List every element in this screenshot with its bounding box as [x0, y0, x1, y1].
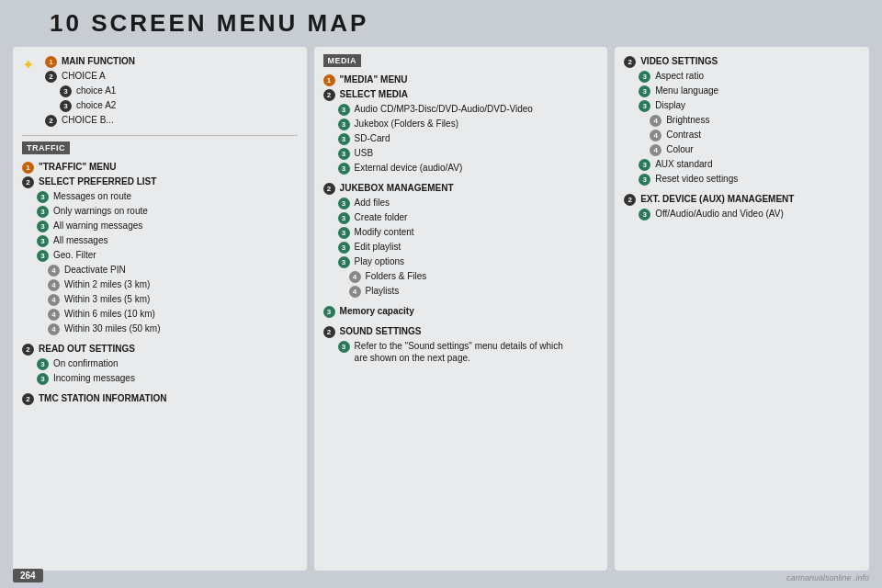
badge-sm-2: 2	[323, 89, 335, 101]
badge-am-3: 3	[37, 235, 49, 247]
page-title: 10 SCREEN MENU MAP	[13, 9, 869, 38]
badge-3b: 3	[60, 100, 72, 112]
geo-filter-row: 3 Geo. Filter	[37, 248, 298, 263]
badge-gf-3: 3	[37, 250, 49, 262]
badge-3a: 3	[60, 85, 72, 97]
play-options: Play options	[355, 255, 404, 267]
within-30-row: 4 Within 30 miles (50 km)	[48, 322, 298, 336]
all-warning-row: 3 All warning messages	[37, 219, 298, 233]
badge-2b: 2	[45, 115, 57, 127]
folders-files-row: 4 Folders & Files	[349, 269, 599, 284]
badge-mor-3: 3	[37, 191, 49, 203]
sound-refer: Refer to the "Sound settings" menu detai…	[355, 340, 563, 364]
traffic-menu-title-row: 1 "TRAFFIC" MENU	[22, 160, 298, 175]
badge-dp-4: 4	[48, 265, 60, 277]
read-out-settings: 2 READ OUT SETTINGS 3 On confirmation 3 …	[22, 342, 298, 386]
jukebox-mgmt-label: JUKEBOX MANAGEMENT	[340, 182, 454, 194]
badge-po-3: 3	[338, 256, 350, 268]
select-preferred-list: 2 SELECT PREFERRED LIST 3 Messages on ro…	[22, 175, 298, 336]
modify-content: Modify content	[355, 226, 414, 238]
badge-mc-3: 3	[338, 227, 350, 239]
off-audio: Off/Audio/Audio and Video (AV)	[655, 208, 784, 220]
ext-device-row: 3 External device (audio/AV)	[338, 161, 599, 175]
audio-cd: Audio CD/MP3-Disc/DVD-Audio/DVD-Video	[355, 103, 533, 115]
usb: USB	[355, 147, 374, 159]
brightness: Brightness	[666, 114, 709, 126]
within-6-row: 4 Within 6 miles (10 km)	[48, 307, 298, 322]
video-settings-label: VIDEO SETTINGS	[640, 55, 718, 67]
video-settings-section: 2 VIDEO SETTINGS 3 Aspect ratio 3 Menu l…	[624, 54, 860, 187]
choice-b-row: 2 CHOICE B...	[45, 113, 135, 128]
jukebox-mgmt-section: 2 JUKEBOX MANAGEMENT 3 Add files 3 Creat…	[323, 181, 599, 299]
read-out-label: READ OUT SETTINGS	[39, 343, 135, 355]
badge-ar-3: 3	[639, 71, 650, 83]
geo-filter: Geo. Filter	[53, 249, 96, 261]
only-warnings: Only warnings on route	[53, 205, 148, 217]
badge-mcp-3: 3	[323, 306, 335, 318]
create-folder-row: 3 Create folder	[338, 210, 599, 225]
badge-co-4: 4	[650, 130, 662, 141]
contrast-row: 4 Contrast	[650, 128, 860, 142]
tmc-station-info: 2 TMC STATION INFORMATION	[22, 391, 298, 406]
edit-playlist: Edit playlist	[355, 241, 401, 253]
choice-a2-row: 3 choice A2	[60, 98, 135, 113]
traffic-header: TRAFFIC	[22, 141, 70, 154]
choice-a2: choice A2	[76, 99, 116, 111]
folders-files: Folders & Files	[366, 270, 427, 282]
sound-settings-row: 2 SOUND SETTINGS	[323, 324, 599, 339]
within-2: Within 2 miles (3 km)	[64, 278, 150, 290]
aspect-ratio: Aspect ratio	[655, 70, 704, 82]
aux-standard-row: 3 AUX standard	[639, 157, 860, 172]
select-media-section: 2 SELECT MEDIA 3 Audio CD/MP3-Disc/DVD-A…	[323, 87, 599, 175]
tmc-label: TMC STATION INFORMATION	[39, 392, 166, 404]
badge-2: 2	[45, 71, 57, 83]
main-function-row: 1 MAIN FUNCTION	[45, 54, 135, 69]
messages-on-route: Messages on route	[53, 190, 131, 202]
tmc-row: 2 TMC STATION INFORMATION	[22, 391, 298, 406]
badge-as-3: 3	[639, 159, 650, 171]
badge-pl-4: 4	[349, 286, 361, 298]
create-folder: Create folder	[355, 211, 408, 223]
display-row: 3 Display	[639, 98, 860, 113]
jukebox-mgmt-row: 2 JUKEBOX MANAGEMENT	[323, 181, 599, 196]
badge-ros-2: 2	[22, 344, 34, 356]
badge-tmc-2: 2	[22, 393, 34, 405]
jukebox-row: 3 Jukebox (Folders & Files)	[338, 117, 599, 131]
badge-vs-2: 2	[624, 56, 636, 68]
badge-im-3: 3	[37, 373, 49, 385]
all-messages: All messages	[53, 234, 107, 246]
badge-br-4: 4	[650, 115, 662, 127]
badge-1: 1	[45, 56, 57, 68]
badge-w3-4: 4	[48, 294, 60, 306]
choice-a: CHOICE A	[62, 70, 106, 82]
badge-traffic-1: 1	[22, 162, 34, 174]
incoming-messages: Incoming messages	[53, 372, 135, 384]
playlists: Playlists	[366, 285, 400, 297]
badge-af-3: 3	[338, 198, 350, 209]
badge-cf-3: 3	[338, 212, 350, 224]
off-audio-row: 3 Off/Audio/Audio and Video (AV)	[639, 207, 860, 221]
badge-cl-4: 4	[650, 144, 662, 156]
sd-card-row: 3 SD-Card	[338, 131, 599, 146]
deactivate-pin: Deactivate PIN	[64, 264, 126, 276]
deactivate-pin-row: 4 Deactivate PIN	[48, 263, 298, 277]
display: Display	[655, 99, 685, 111]
badge-ss-2: 2	[323, 326, 335, 338]
audio-cd-row: 3 Audio CD/MP3-Disc/DVD-Audio/DVD-Video	[338, 102, 599, 117]
badge-jk-3: 3	[338, 119, 350, 130]
badge-ac-3: 3	[338, 104, 350, 116]
badge-ml-3: 3	[639, 85, 650, 97]
within-30: Within 30 miles (50 km)	[64, 322, 160, 334]
memory-capacity-section: 3 Memory capacity	[323, 304, 599, 319]
badge-ff-4: 4	[349, 271, 361, 283]
badge-w30-4: 4	[48, 323, 60, 335]
traffic-section: TRAFFIC 1 "TRAFFIC" MENU 2 SELECT PREFER…	[22, 141, 298, 406]
reset-video-row: 3 Reset video settings	[639, 172, 860, 187]
badge-oa-3: 3	[639, 209, 650, 220]
main-function-label: MAIN FUNCTION	[62, 55, 135, 67]
main-function-content: 1 MAIN FUNCTION 2 CHOICE A 3 choice A1 3…	[45, 54, 135, 128]
media-menu-title-row: 1 "MEDIA" MENU	[323, 73, 599, 87]
brightness-row: 4 Brightness	[650, 113, 860, 128]
modify-content-row: 3 Modify content	[338, 225, 599, 240]
jukebox: Jukebox (Folders & Files)	[355, 118, 458, 130]
